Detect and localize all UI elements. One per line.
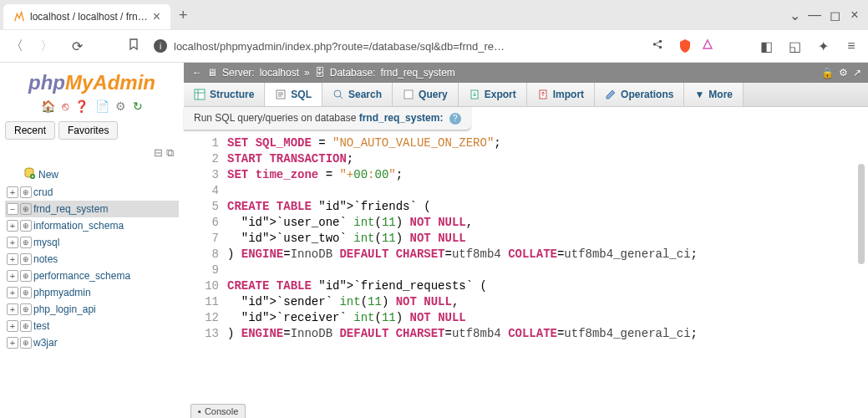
close-icon[interactable]: × xyxy=(153,9,160,24)
refresh-icon[interactable]: ↻ xyxy=(133,99,143,113)
code-area[interactable]: SET SQL_MODE = "NO_AUTO_VALUE_ON_ZERO";S… xyxy=(227,135,868,414)
docs-icon[interactable]: ❓ xyxy=(74,99,89,113)
expand-icon[interactable]: + xyxy=(7,220,18,232)
browser-nav-bar: 〈 〉 ⟳ i localhost/phpmyadmin/index.php?r… xyxy=(0,30,868,62)
expand-icon[interactable]: + xyxy=(7,253,18,265)
svg-point-0 xyxy=(653,43,657,46)
tree-item-label: phpmyadmin xyxy=(33,287,91,298)
sidebar-icon[interactable]: ◧ xyxy=(756,38,776,54)
tab-sql[interactable]: SQL xyxy=(265,83,322,106)
join-icon[interactable]: ⊕ xyxy=(20,303,32,315)
db-tree: New +⊕crud−⊕frnd_req_system+⊕information… xyxy=(5,165,179,351)
join-icon[interactable]: ⊕ xyxy=(20,320,32,332)
home-icon[interactable]: 🏠 xyxy=(41,99,55,113)
join-icon[interactable]: ⊕ xyxy=(20,220,32,232)
tree-item-crud[interactable]: +⊕crud xyxy=(5,184,179,201)
new-db[interactable]: New xyxy=(5,165,179,184)
browser-tab-title: localhost / localhost / frn… xyxy=(30,11,148,23)
tree-item-frnd_req_system[interactable]: −⊕frnd_req_system xyxy=(5,201,179,217)
tree-item-mysql[interactable]: +⊕mysql xyxy=(5,234,179,251)
tree-item-php_login_api[interactable]: +⊕php_login_api xyxy=(5,301,179,318)
lock-icon[interactable]: 🔒 xyxy=(821,67,834,79)
svg-point-1 xyxy=(659,40,662,43)
expand-icon[interactable]: + xyxy=(7,320,18,332)
tree-item-w3jar[interactable]: +⊕w3jar xyxy=(5,334,179,351)
import-icon xyxy=(537,89,549,100)
tab-export[interactable]: Export xyxy=(459,83,527,106)
maximize-icon[interactable]: ◻ xyxy=(825,8,845,23)
new-tab-button[interactable]: + xyxy=(170,7,196,24)
tree-item-phpmyadmin[interactable]: +⊕phpmyadmin xyxy=(5,284,179,301)
tree-item-notes[interactable]: +⊕notes xyxy=(5,251,179,268)
forward-icon: 〉 xyxy=(37,38,57,55)
scrollbar-thumb[interactable] xyxy=(858,164,865,264)
url-bar[interactable]: i localhost/phpmyadmin/index.php?route=/… xyxy=(154,38,667,54)
back-icon[interactable]: 〈 xyxy=(7,38,27,55)
browser-chrome: localhost / localhost / frn… × + ⌄ — ◻ ×… xyxy=(0,0,868,63)
tree-item-test[interactable]: +⊕test xyxy=(5,318,179,334)
join-icon[interactable]: ⊕ xyxy=(20,186,32,198)
site-info-icon[interactable]: i xyxy=(154,39,167,53)
menu-icon[interactable]: ≡ xyxy=(841,38,861,54)
tree-item-label: notes xyxy=(33,253,58,265)
join-icon[interactable]: ⊕ xyxy=(20,253,32,265)
brave-shield-icon[interactable] xyxy=(678,38,693,54)
expand-icon[interactable]: ↗ xyxy=(853,67,861,79)
tab-more[interactable]: ▼ More xyxy=(684,83,744,106)
sql-tab-icon xyxy=(275,89,287,100)
breadcrumb-db[interactable]: frnd_req_system xyxy=(380,67,454,79)
tab-structure[interactable]: Structure xyxy=(184,83,265,106)
join-icon[interactable]: ⊕ xyxy=(20,237,32,248)
sql-editor[interactable]: 12345678910111213 SET SQL_MODE = "NO_AUT… xyxy=(184,130,868,418)
recent-button[interactable]: Recent xyxy=(5,121,55,140)
sql-icon[interactable]: 📄 xyxy=(95,99,109,113)
tab-operations[interactable]: Operations xyxy=(595,83,684,106)
favorites-button[interactable]: Favorites xyxy=(58,121,118,140)
browser-right-icons: ◧ ◱ ✦ ≡ xyxy=(678,38,861,54)
query-icon xyxy=(403,89,414,100)
tab-import[interactable]: Import xyxy=(527,83,595,106)
pma-logo[interactable]: phpMyAdmin xyxy=(5,66,179,96)
tab-query[interactable]: Query xyxy=(393,83,459,106)
join-icon[interactable]: ⊕ xyxy=(20,270,32,282)
expand-icon[interactable]: + xyxy=(7,237,18,248)
reload-icon[interactable]: ⟳ xyxy=(67,38,87,54)
browser-tab[interactable]: localhost / localhost / frn… × xyxy=(3,4,170,29)
collapse-icon[interactable]: ⊟ xyxy=(154,146,163,159)
tree-item-performance_schema[interactable]: +⊕performance_schema xyxy=(5,268,179,284)
expand-icon[interactable]: + xyxy=(7,270,18,282)
expand-icon[interactable]: + xyxy=(7,337,18,349)
help-icon[interactable]: ? xyxy=(449,113,461,125)
expand-icon[interactable]: + xyxy=(7,186,18,198)
wallet-icon[interactable]: ◱ xyxy=(784,38,805,54)
tab-search[interactable]: Search xyxy=(322,83,393,106)
svg-point-2 xyxy=(659,46,662,49)
tree-tools: ⊟ ⧉ xyxy=(5,145,179,161)
share-icon[interactable] xyxy=(647,38,667,54)
brave-rewards-icon[interactable] xyxy=(701,38,714,54)
link-icon[interactable]: ⧉ xyxy=(166,146,174,159)
sparkle-icon[interactable]: ✦ xyxy=(813,38,833,54)
join-icon[interactable]: ⊕ xyxy=(20,287,32,298)
minimize-icon[interactable]: — xyxy=(805,8,825,23)
breadcrumb-server[interactable]: localhost xyxy=(260,67,299,79)
settings-icon[interactable]: ⚙ xyxy=(839,67,848,79)
tree-item-information_schema[interactable]: +⊕information_schema xyxy=(5,217,179,234)
url-text: localhost/phpmyadmin/index.php?route=/da… xyxy=(174,40,641,53)
line-gutter: 12345678910111213 xyxy=(184,135,227,414)
bookmark-icon[interactable] xyxy=(124,38,144,54)
expand-icon[interactable]: + xyxy=(7,303,18,315)
new-db-icon xyxy=(23,167,35,181)
nav-left-icon[interactable]: ← xyxy=(192,67,202,79)
window-close-icon[interactable]: × xyxy=(845,8,865,23)
expand-icon[interactable]: − xyxy=(7,203,18,215)
chevron-down-icon[interactable]: ⌄ xyxy=(784,8,805,23)
recent-favorites: Recent Favorites xyxy=(5,121,179,140)
console-button[interactable]: ▪ Console xyxy=(190,404,246,418)
content-tabs: Structure SQL Search Query Export Import xyxy=(184,83,868,107)
logout-icon[interactable]: ⎋ xyxy=(62,99,69,113)
expand-icon[interactable]: + xyxy=(7,287,18,298)
gear-icon[interactable]: ⚙ xyxy=(115,99,126,113)
join-icon[interactable]: ⊕ xyxy=(20,337,32,349)
join-icon[interactable]: ⊕ xyxy=(20,203,32,215)
